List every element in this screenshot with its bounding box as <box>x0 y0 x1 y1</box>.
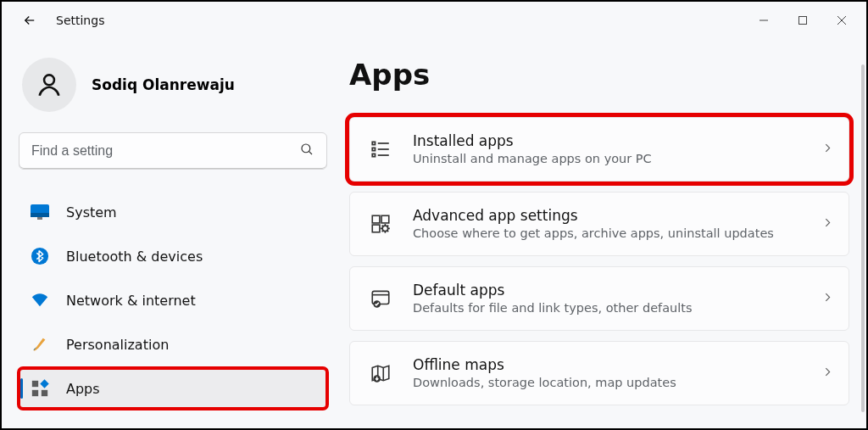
sidebar-item-label: Bluetooth & devices <box>66 249 203 265</box>
maximize-button[interactable] <box>783 8 822 33</box>
sidebar-item-system[interactable]: System <box>19 192 327 232</box>
svg-rect-12 <box>40 379 48 388</box>
search-input[interactable] <box>31 143 299 159</box>
apps-icon <box>31 379 49 398</box>
window-check-icon <box>369 287 392 310</box>
card-offline-maps[interactable]: Offline maps Downloads, storage location… <box>349 341 849 405</box>
nav-list: System Bluetooth & devices Network & int… <box>19 192 327 409</box>
search-icon <box>299 142 314 160</box>
chevron-right-icon <box>822 290 833 306</box>
card-text: Installed apps Uninstall and manage apps… <box>413 131 802 167</box>
avatar <box>22 58 76 112</box>
sidebar-item-label: System <box>66 204 117 221</box>
scrollbar[interactable] <box>861 64 865 412</box>
svg-point-5 <box>302 144 310 153</box>
sidebar-item-label: Personalization <box>66 337 169 353</box>
sidebar-item-label: Network & internet <box>66 293 196 309</box>
card-advanced-app-settings[interactable]: Advanced app settings Choose where to ge… <box>349 192 849 256</box>
page-title: Apps <box>349 58 849 92</box>
sidebar: Sodiq Olanrewaju System Bluetooth & devi… <box>2 39 341 428</box>
card-desc: Downloads, storage location, map updates <box>413 375 802 391</box>
map-download-icon <box>369 361 392 385</box>
search-box[interactable] <box>19 132 327 170</box>
svg-rect-21 <box>372 215 380 223</box>
svg-rect-14 <box>42 390 47 396</box>
card-text: Offline maps Downloads, storage location… <box>413 355 802 391</box>
profile-block[interactable]: Sodiq Olanrewaju <box>22 58 327 112</box>
list-icon <box>369 137 392 161</box>
card-text: Default apps Defaults for file and link … <box>413 281 802 316</box>
close-button[interactable] <box>822 8 861 33</box>
card-title: Default apps <box>413 281 802 299</box>
system-icon <box>31 203 49 221</box>
svg-rect-1 <box>799 17 807 25</box>
svg-rect-13 <box>32 390 38 396</box>
sidebar-item-network[interactable]: Network & internet <box>19 280 327 321</box>
card-title: Offline maps <box>413 355 802 374</box>
svg-rect-9 <box>37 217 42 220</box>
svg-rect-15 <box>372 142 375 144</box>
bluetooth-icon <box>31 247 49 265</box>
card-desc: Uninstall and manage apps on your PC <box>413 151 802 167</box>
chevron-right-icon <box>822 215 833 232</box>
minimize-button[interactable] <box>744 8 783 33</box>
main-pane: Apps Installed apps Uninstall and manage… <box>341 39 866 428</box>
card-default-apps[interactable]: Default apps Defaults for file and link … <box>349 266 849 331</box>
wifi-icon <box>31 291 49 310</box>
card-text: Advanced app settings Choose where to ge… <box>413 206 802 242</box>
paintbrush-icon <box>31 335 49 354</box>
sidebar-item-apps[interactable]: Apps <box>19 368 327 409</box>
title-bar: Settings <box>2 2 866 39</box>
sidebar-item-bluetooth[interactable]: Bluetooth & devices <box>19 236 327 276</box>
svg-rect-23 <box>372 225 380 232</box>
svg-rect-16 <box>372 148 375 150</box>
card-desc: Defaults for file and link types, other … <box>413 300 802 316</box>
card-desc: Choose where to get apps, archive apps, … <box>413 226 802 242</box>
svg-rect-17 <box>372 154 375 156</box>
sidebar-item-personalization[interactable]: Personalization <box>19 324 327 365</box>
svg-line-6 <box>309 151 312 154</box>
card-title: Installed apps <box>413 131 802 150</box>
svg-rect-11 <box>32 381 38 387</box>
chevron-right-icon <box>822 365 833 381</box>
back-button[interactable] <box>15 6 44 35</box>
svg-rect-8 <box>31 213 49 217</box>
svg-rect-22 <box>381 215 389 223</box>
card-title: Advanced app settings <box>413 206 802 225</box>
window-title: Settings <box>56 14 104 27</box>
grid-gear-icon <box>369 212 392 236</box>
sidebar-item-label: Apps <box>66 381 100 397</box>
chevron-right-icon <box>822 141 833 157</box>
svg-point-4 <box>44 75 54 85</box>
profile-name: Sodiq Olanrewaju <box>92 76 235 93</box>
card-installed-apps[interactable]: Installed apps Uninstall and manage apps… <box>349 117 849 181</box>
window-controls <box>744 8 861 33</box>
cards-list: Installed apps Uninstall and manage apps… <box>349 117 849 405</box>
